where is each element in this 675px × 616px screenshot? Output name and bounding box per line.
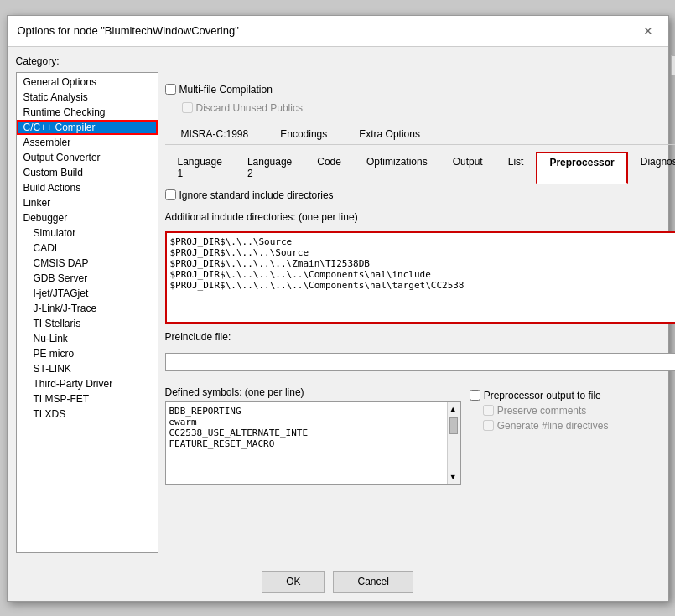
discard-checkbox-label[interactable]: Discard Unused Publics [182, 102, 303, 114]
multifile-label: Multi-file Compilation [179, 84, 273, 96]
ignore-dirs-text: Ignore standard include directories [179, 189, 334, 201]
additional-include-label: Additional include directories: (one per… [165, 211, 676, 223]
sidebar-item[interactable]: Assembler [17, 135, 158, 150]
tab-row1[interactable]: Extra Options [343, 124, 436, 144]
sidebar-item[interactable]: TI MSP-FET [17, 391, 158, 406]
preprocessor-output-section: Preprocessor output to file Preserve com… [470, 386, 675, 485]
tab-row2[interactable]: Language 1 [165, 152, 235, 184]
symbols-scroll-down[interactable]: ▼ [448, 471, 459, 483]
multifile-checkbox[interactable] [165, 84, 176, 95]
cancel-button[interactable]: Cancel [333, 571, 413, 593]
preserve-comments-checkbox [483, 405, 494, 416]
sidebar-item[interactable]: Debugger [17, 210, 158, 225]
tab-row1[interactable]: Encodings [264, 124, 343, 144]
sidebar-item[interactable]: TI Stellaris [17, 316, 158, 331]
symbols-thumb [449, 417, 458, 434]
sidebar-item[interactable]: PE micro [17, 346, 158, 361]
ok-button[interactable]: OK [262, 571, 325, 593]
sidebar-item[interactable]: I-jet/JTAGjet [17, 286, 158, 301]
dialog-body: Category: General OptionsStatic Analysis… [8, 47, 668, 562]
options-dialog: Options for node "BlumitechWindowCoverin… [7, 15, 669, 602]
include-area-row: ▲ ▼ ... [165, 231, 676, 326]
preinclude-input-row: ... [165, 353, 676, 371]
defined-symbols-textarea[interactable] [166, 402, 447, 484]
sidebar-item[interactable]: CADI [17, 241, 158, 256]
sidebar-item[interactable]: Static Analysis [17, 90, 158, 105]
tab-row2[interactable]: Diagnostics [628, 152, 675, 184]
symbols-scrollbar: ▲ ▼ [447, 402, 460, 484]
sidebar-list: General OptionsStatic AnalysisRuntime Ch… [16, 72, 158, 553]
symbols-container: ▲ ▼ [165, 401, 461, 485]
content-panel: Factory Settings Multi-file Compilation … [165, 55, 676, 553]
sidebar-item[interactable]: Build Actions [17, 180, 158, 195]
generate-directives-text: Generate #line directives [497, 420, 609, 432]
close-button[interactable]: ✕ [638, 23, 658, 39]
ignore-dirs-label[interactable]: Ignore standard include directories [165, 189, 334, 201]
sidebar-item[interactable]: Third-Party Driver [17, 376, 158, 391]
ignore-row: Ignore standard include directories [165, 189, 676, 201]
tabs-row-1: MISRA-C:1998EncodingsExtra Options [165, 124, 676, 145]
top-bar: Factory Settings [165, 55, 676, 75]
tabs-row-2: Language 1Language 2CodeOptimizationsOut… [165, 152, 676, 184]
sidebar-item[interactable]: CMSIS DAP [17, 256, 158, 271]
category-label: Category: [16, 55, 158, 67]
include-textarea-wrapper [165, 231, 676, 326]
include-dirs-textarea[interactable] [165, 231, 676, 324]
ignore-dirs-checkbox[interactable] [165, 189, 176, 200]
tab-row2[interactable]: Code [304, 152, 354, 184]
sidebar: Category: General OptionsStatic Analysis… [16, 55, 158, 553]
sidebar-item[interactable]: ST-LINK [17, 361, 158, 376]
sidebar-item[interactable]: General Options [17, 75, 158, 90]
sidebar-item[interactable]: C/C++ Compiler [17, 120, 158, 135]
title-bar: Options for node "BlumitechWindowCoverin… [8, 16, 668, 47]
sidebar-item[interactable]: TI XDS [17, 406, 158, 422]
generate-directives-checkbox [483, 420, 494, 431]
tab-row2[interactable]: Preprocessor [536, 152, 627, 184]
tab-row2[interactable]: Output [440, 152, 496, 184]
preinclude-row: Preinclude file: [165, 331, 676, 343]
sidebar-item[interactable]: Linker [17, 195, 158, 210]
discard-row: Discard Unused Publics [182, 102, 676, 114]
tab-row2[interactable]: List [496, 152, 537, 184]
sidebar-item[interactable]: GDB Server [17, 271, 158, 286]
factory-settings-button[interactable]: Factory Settings [671, 55, 675, 75]
generate-directives-label[interactable]: Generate #line directives [483, 420, 675, 432]
tab-row2[interactable]: Language 2 [235, 152, 304, 184]
discard-checkbox [182, 102, 193, 113]
preinclude-label: Preinclude file: [165, 331, 231, 343]
sidebar-item[interactable]: Nu-Link [17, 331, 158, 346]
sidebar-item[interactable]: Custom Build [17, 165, 158, 180]
dialog-footer: OK Cancel [8, 562, 668, 601]
sidebar-item[interactable]: J-Link/J-Trace [17, 301, 158, 316]
preprocessor-output-label[interactable]: Preprocessor output to file [470, 390, 675, 401]
preprocessor-output-checkbox[interactable] [470, 390, 480, 401]
preinclude-input[interactable] [165, 353, 676, 371]
multifile-row: Multi-file Compilation [165, 84, 676, 96]
symbols-scroll-up[interactable]: ▲ [448, 403, 459, 415]
preprocessor-output-text: Preprocessor output to file [484, 390, 601, 401]
discard-label: Discard Unused Publics [196, 102, 303, 114]
tab-row1[interactable]: MISRA-C:1998 [165, 124, 265, 144]
sidebar-item[interactable]: Runtime Checking [17, 105, 158, 120]
preserve-comments-label[interactable]: Preserve comments [483, 405, 675, 417]
dialog-title: Options for node "BlumitechWindowCoverin… [18, 24, 239, 37]
defined-symbols-section: Defined symbols: (one per line) ▲ ▼ [165, 386, 461, 485]
multifile-checkbox-label[interactable]: Multi-file Compilation [165, 84, 273, 96]
tab-row2[interactable]: Optimizations [354, 152, 440, 184]
preserve-comments-text: Preserve comments [497, 405, 587, 417]
bottom-section: Defined symbols: (one per line) ▲ ▼ [165, 386, 676, 485]
sidebar-item[interactable]: Output Converter [17, 150, 158, 165]
sidebar-item[interactable]: Simulator [17, 225, 158, 241]
defined-symbols-label: Defined symbols: (one per line) [165, 386, 461, 398]
